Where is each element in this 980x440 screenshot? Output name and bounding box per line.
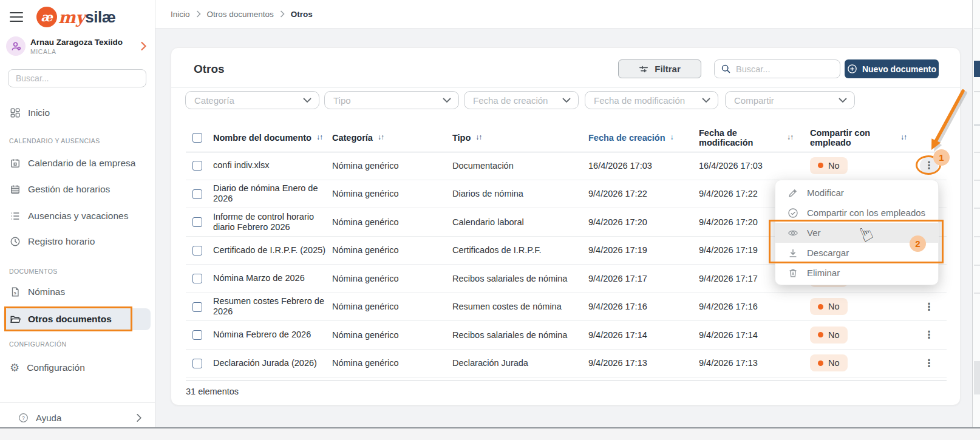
sidebar-search-input[interactable] <box>8 69 146 87</box>
section-documentos: DOCUMENTOS <box>9 268 58 275</box>
section-calendario-y-ausencias: CALENDARIO Y AUSENCIAS <box>9 137 100 144</box>
page-title: Otros <box>194 63 225 76</box>
cell-document-name: confi indiv.xlsx <box>213 152 330 180</box>
cell-category: Nómina genérico <box>332 293 444 321</box>
cell-modified: 9/4/2026 17:16 <box>699 293 790 321</box>
filter-fecha-modificacion[interactable]: Fecha de modificación <box>585 91 718 109</box>
breadcrumb-otros-documentos[interactable]: Otros documentos <box>207 10 274 19</box>
user-name: Arnau Zaragoza Texiido <box>30 38 123 47</box>
filter-categoria[interactable]: Categoría <box>185 91 319 109</box>
user-profile[interactable]: Arnau Zaragoza Texiido MICALA <box>6 34 151 58</box>
row-checkbox[interactable] <box>192 330 202 340</box>
download-icon <box>788 248 798 259</box>
cell-document-name: Nómina Febrero de 2026 <box>213 321 330 349</box>
header-tipo[interactable]: Tipo↓↑ <box>452 124 481 152</box>
sidebar-item-ayuda[interactable]: ? Ayuda <box>0 408 155 427</box>
sort-icon[interactable]: ↓↑ <box>475 134 481 141</box>
header-nombre[interactable]: Nombre del documento↓↑ <box>213 124 322 152</box>
menu-item-compartir[interactable]: Compartir con los empleados <box>775 203 938 223</box>
breadcrumb-inicio[interactable]: Inicio <box>171 10 190 19</box>
user-avatar-icon <box>6 36 26 56</box>
window-bottom-edge <box>0 427 980 440</box>
shared-status-badge: No <box>810 157 848 174</box>
cell-type: Certificados de I.R.P.F. <box>452 237 581 265</box>
step-1-badge: 1 <box>933 149 950 166</box>
filter-sliders-icon <box>639 65 648 73</box>
table-row: Resumen costes Febrero de 2026 Nómina ge… <box>186 293 947 322</box>
menu-item-eliminar[interactable]: Eliminar <box>775 263 938 283</box>
row-checkbox[interactable] <box>192 302 202 312</box>
row-actions-kebab-icon[interactable]: ⋮ <box>920 326 938 344</box>
row-checkbox[interactable] <box>192 161 202 171</box>
calendar-icon <box>10 158 21 169</box>
payslip-document-icon: s <box>10 286 21 297</box>
header-compartir-empleado[interactable]: Compartir con empleado <box>810 124 884 152</box>
cell-type: Declaración Jurada <box>452 350 581 377</box>
cell-created: 9/4/2026 17:14 <box>588 321 686 349</box>
filter-button[interactable]: Filtrar <box>618 59 701 78</box>
brand-logo: æ my silæ <box>36 7 115 27</box>
breadcrumb: Inicio Otros documentos Otros <box>155 0 972 29</box>
cell-modified: 9/4/2026 17:13 <box>699 350 790 377</box>
sidebar-item-ausencias-vacaciones[interactable]: Ausencias y vacaciones <box>0 207 155 225</box>
cell-category: Nómina genérico <box>332 152 444 180</box>
right-edge-sliver <box>972 0 980 427</box>
filter-tipo[interactable]: Tipo <box>324 91 459 109</box>
sidebar-item-gestion-horarios[interactable]: Gestión de horarios <box>0 180 155 198</box>
sort-icon[interactable]: ↓↑ <box>787 124 793 152</box>
cell-document-name: Diario de nómina Enero de 2026 <box>213 180 330 208</box>
cell-type: Recibos salariales de nómina <box>452 265 581 293</box>
table-row: Nómina Febrero de 2026 Nómina genérico R… <box>186 321 947 350</box>
select-all-checkbox[interactable] <box>192 133 202 143</box>
row-checkbox[interactable] <box>192 189 202 199</box>
cell-category: Nómina genérico <box>332 208 444 236</box>
svg-text:s: s <box>14 290 16 296</box>
search-input[interactable] <box>736 64 833 74</box>
cell-category: Nómina genérico <box>332 265 444 293</box>
row-checkbox[interactable] <box>192 246 202 256</box>
sidebar-item-registro-horario[interactable]: Registro horario <box>0 232 155 251</box>
header-fecha-creacion[interactable]: Fecha de creación↓ <box>588 124 673 152</box>
cell-document-name: Resumen costes Febrero de 2026 <box>213 293 330 321</box>
filter-compartir[interactable]: Compartir <box>725 91 855 109</box>
brand-my: my <box>58 8 85 27</box>
sort-icon[interactable]: ↓↑ <box>900 124 907 152</box>
sidebar-item-configuracion[interactable]: ⚙ Configuración <box>0 359 155 377</box>
cell-category: Nómina genérico <box>332 350 444 377</box>
sort-icon[interactable]: ↓↑ <box>316 134 322 141</box>
chevron-right-icon[interactable] <box>140 41 147 51</box>
header-fecha-modificacion[interactable]: Fecha de modificación <box>699 124 767 152</box>
chevron-right-icon <box>280 10 285 18</box>
sidebar-divider <box>0 402 155 403</box>
chevron-down-icon <box>832 98 847 103</box>
brand-silae: silæ <box>85 8 115 27</box>
row-actions-kebab-icon[interactable]: ⋮ <box>920 297 938 316</box>
row-checkbox[interactable] <box>192 359 202 368</box>
header-categoria[interactable]: Categoría↓↑ <box>332 124 384 152</box>
menu-item-modificar[interactable]: Modificar <box>775 183 938 203</box>
chevron-right-icon[interactable] <box>136 413 142 422</box>
sidebar: æ my silæ Arnau Zaragoza Texiido MICALA … <box>0 0 155 427</box>
row-actions-kebab-icon[interactable]: ⋮ <box>920 354 938 372</box>
chevron-down-icon <box>437 98 451 103</box>
sidebar-item-nominas[interactable]: s Nóminas <box>0 283 155 301</box>
items-count: 31 elementos <box>186 387 239 396</box>
cell-created: 16/4/2026 17:03 <box>588 152 686 180</box>
sidebar-item-calendario-empresa[interactable]: Calendario de la empresa <box>0 154 155 172</box>
hamburger-menu-icon[interactable] <box>10 12 23 22</box>
cell-type: Diarios de nómina <box>452 180 581 208</box>
new-document-button[interactable]: Nuevo documento <box>845 59 939 78</box>
sort-icon[interactable]: ↓↑ <box>378 134 384 141</box>
cell-category: Nómina genérico <box>332 180 444 208</box>
cell-created: 9/4/2026 17:20 <box>588 208 686 236</box>
sidebar-item-otros-documentos[interactable]: Otros documentos <box>0 310 155 328</box>
sort-down-icon[interactable]: ↓ <box>670 134 673 141</box>
cell-category: Nómina genérico <box>332 237 444 265</box>
table-row: confi indiv.xlsx Nómina genérico Documen… <box>186 152 947 180</box>
row-checkbox[interactable] <box>192 217 202 227</box>
cell-type: Documentación <box>452 152 581 180</box>
filter-fecha-creacion[interactable]: Fecha de creación <box>464 91 579 109</box>
row-checkbox[interactable] <box>192 274 202 283</box>
sidebar-item-inicio[interactable]: Inicio <box>0 104 155 122</box>
check-circle-icon <box>788 208 798 218</box>
